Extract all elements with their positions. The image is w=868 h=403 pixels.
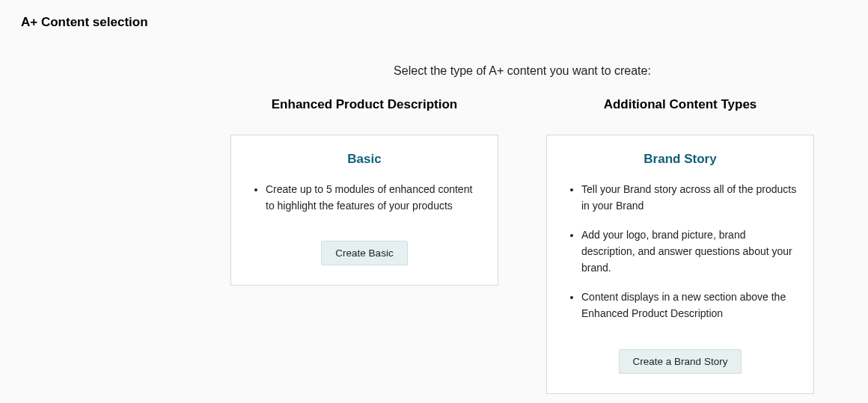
content-columns: Enhanced Product Description Basic Creat… <box>230 97 814 394</box>
card-brand-story: Brand Story Tell your Brand story across… <box>546 135 814 394</box>
page-title: A+ Content selection <box>21 15 847 30</box>
list-item: Tell your Brand story across all of the … <box>581 182 797 214</box>
page-subtitle: Select the type of A+ content you want t… <box>230 64 814 78</box>
list-item: Add your logo, brand picture, brand desc… <box>581 227 797 276</box>
list-item: Create up to 5 modules of enhanced conte… <box>266 182 481 214</box>
card-basic: Basic Create up to 5 modules of enhanced… <box>230 135 498 286</box>
column-heading-right: Additional Content Types <box>546 97 814 112</box>
bullet-list-basic: Create up to 5 modules of enhanced conte… <box>248 182 481 214</box>
bullet-list-brand-story: Tell your Brand story across all of the … <box>563 182 797 322</box>
column-additional-content-types: Additional Content Types Brand Story Tel… <box>546 97 814 394</box>
create-brand-story-button[interactable]: Create a Brand Story <box>619 349 742 374</box>
column-enhanced-product-description: Enhanced Product Description Basic Creat… <box>230 97 498 394</box>
card-title-brand-story: Brand Story <box>563 152 797 167</box>
create-basic-button[interactable]: Create Basic <box>321 241 407 265</box>
list-item: Content displays in a new section above … <box>581 289 797 322</box>
column-heading-left: Enhanced Product Description <box>230 97 498 112</box>
card-title-basic: Basic <box>248 152 481 167</box>
